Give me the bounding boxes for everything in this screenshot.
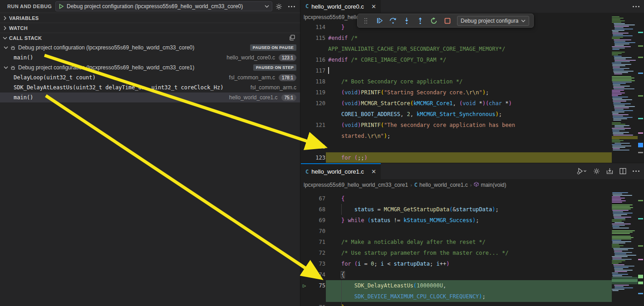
variables-section-header[interactable]: VARIABLES: [0, 13, 300, 23]
more-actions-icon[interactable]: [633, 6, 639, 7]
start-debug-icon[interactable]: [59, 4, 64, 9]
step-into-button[interactable]: [403, 17, 411, 25]
more-actions-icon[interactable]: [287, 3, 295, 10]
breadcrumb-item[interactable]: Chello_world_core1.c: [414, 182, 468, 188]
code-line[interactable]: 73 for (i = 0; i < startupData; i++): [301, 258, 612, 269]
install-download-icon[interactable]: [606, 168, 613, 175]
code-line[interactable]: 120 (void)MCMGR_StartCore(kMCMGR_Core1, …: [301, 98, 612, 109]
minimap-line: [612, 272, 618, 273]
run-or-debug-icon[interactable]: [577, 168, 587, 175]
breadcrumb-item[interactable]: lpcxpresso55s69_hello_world_cm33_core1: [304, 182, 408, 188]
step-out-button[interactable]: [416, 17, 424, 25]
code-line[interactable]: 122: [301, 141, 612, 152]
code-line[interactable]: 117: [301, 65, 612, 76]
stack-frame[interactable]: main()hello_world_core0.c123:1: [0, 53, 300, 63]
close-tab-icon[interactable]: ✕: [371, 3, 376, 10]
minimap[interactable]: [612, 191, 638, 306]
code-line[interactable]: 76 }: [301, 302, 612, 306]
minimap-line: [614, 249, 628, 250]
code-line[interactable]: 71 /* Make a noticable delay after the r…: [301, 237, 612, 248]
code-line[interactable]: 75▷ SDK_DelayAtLeastUs(1000000U,: [301, 280, 612, 291]
minimap-line: [612, 19, 620, 20]
minimap-line: [615, 27, 624, 28]
line-content: APP_INVALIDATE_CACHE_FOR_SECONDARY_CORE_…: [328, 44, 505, 54]
stack-frame[interactable]: SDK_DelayAtLeastUs(uint32_t delayTime_us…: [0, 83, 300, 92]
debug-config-dropdown[interactable]: Debug project configuration (lpcxpresso5…: [55, 1, 272, 11]
more-actions-icon[interactable]: [633, 170, 639, 172]
code-line[interactable]: 123 for (;;): [301, 152, 612, 163]
code-line[interactable]: 69 } while (status != kStatus_MCMGR_Succ…: [301, 215, 612, 226]
callstack-session[interactable]: Debug project configuration (lpcxpresso5…: [0, 63, 300, 73]
code-line[interactable]: 119 (void)PRINTF("Starting Secondary cor…: [301, 87, 612, 98]
minimap-line: [613, 228, 629, 228]
code-viewport-core1[interactable]: 67 {68 status = MCMGR_GetStartupData(&st…: [301, 190, 644, 306]
minimap-line: [613, 34, 623, 35]
stack-frame[interactable]: main()hello_world_core1.c75:1: [0, 92, 300, 102]
code-line[interactable]: 70: [301, 226, 612, 237]
debug-toolbar-config-label: Debug project configura: [461, 18, 518, 24]
minimap-line: [615, 61, 630, 62]
minimap-line: [614, 57, 632, 58]
gear-icon[interactable]: [275, 3, 283, 10]
code-line[interactable]: 67 {: [301, 193, 612, 204]
minimap-line: [612, 65, 625, 66]
code-line[interactable]: 74 {: [301, 269, 612, 280]
minimap[interactable]: [612, 14, 638, 162]
code-line[interactable]: started.\r\n");: [301, 131, 612, 141]
minimap-line: [612, 207, 633, 208]
code-line[interactable]: 68 status = MCMGR_GetStartupData(&startu…: [301, 204, 612, 215]
copy-callstack-icon[interactable]: [289, 34, 295, 43]
code-line[interactable]: 121 (void)PRINTF("The secondary core app…: [301, 120, 612, 131]
split-editor-icon[interactable]: [619, 168, 626, 175]
minimap-line: [612, 209, 631, 209]
callstack-section-header[interactable]: CALL STACK: [0, 33, 300, 43]
callstack-session[interactable]: Debug project configuration (lpcxpresso5…: [0, 43, 300, 53]
callstack-label: CALL STACK: [9, 35, 42, 41]
minimap-line: [613, 214, 627, 215]
minimap-line: [612, 204, 633, 205]
tab-hello-world-core1[interactable]: C hello_world_core1.c ✕: [301, 163, 381, 179]
stack-frame[interactable]: DelayLoop(uint32_t count)fsl_common_arm.…: [0, 73, 300, 83]
drag-grip-icon[interactable]: [362, 17, 370, 25]
code-line[interactable]: 115#endif /*: [301, 33, 612, 44]
code-line[interactable]: APP_INVALIDATE_CACHE_FOR_SECONDARY_CORE_…: [301, 44, 612, 54]
frame-location: fsl_common_arm.c178:1: [229, 74, 296, 81]
line-content: for (;;): [328, 152, 368, 163]
close-tab-icon[interactable]: ✕: [371, 168, 376, 175]
watch-section-header[interactable]: WATCH: [0, 23, 300, 33]
step-over-button[interactable]: [389, 17, 397, 25]
minimap-line: [615, 255, 636, 256]
minimap-line: [612, 140, 624, 141]
restart-button[interactable]: [430, 17, 438, 25]
minimap-line: [612, 289, 624, 290]
paused-status-badge: PAUSED ON STEP: [253, 64, 296, 71]
debug-toolbar-config-dropdown[interactable]: Debug project configura: [457, 16, 529, 26]
code-viewport-core0[interactable]: 114 }115#endif /*APP_INVALIDATE_CACHE_FO…: [301, 22, 644, 163]
code-line[interactable]: 116#endif /* CORE1_IMAGE_COPY_TO_RAM */: [301, 54, 612, 65]
line-number: 69: [301, 215, 325, 226]
debug-line-highlight: [326, 152, 612, 163]
minimap-line: [612, 240, 621, 241]
minimap-line: [615, 45, 624, 46]
line-content: CORE1_BOOT_ADDRESS, 2, kMCMGR_Start_Sync…: [328, 109, 502, 120]
tab-label: hello_world_core1.c: [311, 168, 364, 175]
line-number: 74: [301, 269, 325, 280]
minimap-line: [613, 116, 623, 117]
editor-group-core1: C hello_world_core1.c ✕: [301, 163, 644, 306]
ruler-mark: [638, 73, 643, 74]
minimap-line: [612, 257, 622, 258]
code-line[interactable]: CORE1_BOOT_ADDRESS, 2, kMCMGR_Start_Sync…: [301, 109, 612, 120]
code-line[interactable]: 118 /* Boot Secondary core application *…: [301, 76, 612, 87]
code-line[interactable]: SDK_DEVICE_MAXIMUM_CPU_CLOCK_FREQUENCY);: [301, 291, 612, 302]
gear-icon[interactable]: [593, 168, 600, 175]
line-content: #endif /*: [328, 33, 358, 44]
breadcrumb-item[interactable]: main(void): [474, 182, 506, 188]
tab-hello-world-core0[interactable]: C hello_world_core0.c ✕: [301, 0, 381, 13]
minimap-line: [612, 79, 632, 80]
stop-button[interactable]: [443, 17, 452, 25]
line-number: 120: [301, 98, 325, 109]
continue-button[interactable]: [375, 17, 383, 25]
minimap-line: [613, 148, 620, 149]
breadcrumb[interactable]: lpcxpresso55s69_hello_world_cm33_core1›C…: [301, 179, 644, 190]
code-line[interactable]: 72 /* Use startup parameter from the mas…: [301, 248, 612, 258]
